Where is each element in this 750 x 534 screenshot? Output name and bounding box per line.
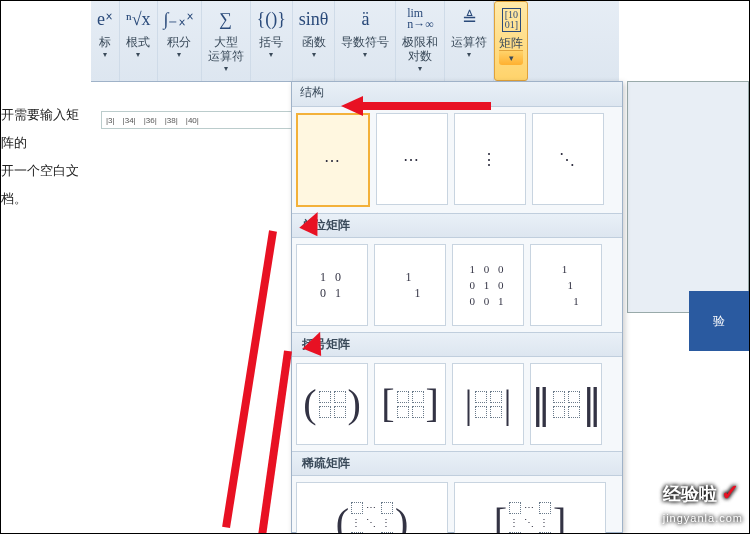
ribbon-radical[interactable]: ⁿ√x根式▾: [120, 1, 158, 81]
ruler-mark: |34|: [123, 116, 136, 125]
matrix-option-vdots[interactable]: ⋮: [454, 113, 526, 205]
matrix-option-sparse-square[interactable]: [⋯⋮⋱⋮⋯]: [454, 482, 606, 534]
text-line: 开一个空白文档。: [1, 157, 91, 213]
chevron-down-icon: ▾: [224, 64, 228, 73]
section-sparse: 稀疏矩阵: [292, 451, 622, 476]
matrix-option-hdots-selected[interactable]: ⋯: [296, 113, 370, 207]
matrix-option-ddots[interactable]: ⋱: [532, 113, 604, 205]
accent-icon: ä: [361, 3, 369, 35]
bracket-matrix-grid: () [] || ‖‖: [292, 357, 622, 451]
ribbon-bracket[interactable]: {()}括号▾: [251, 1, 293, 81]
ribbon-superscript[interactable]: eˣ标▾: [91, 1, 120, 81]
section-bracket: 括号矩阵: [292, 332, 622, 357]
matrix-option-3x3[interactable]: 1 0 0 0 1 0 0 0 1: [452, 244, 524, 326]
ribbon-accent[interactable]: ä导数符号▾: [335, 1, 396, 81]
watermark: 经验啦✓ jingyanla.com: [663, 480, 743, 527]
matrix-option-vbar[interactable]: ||: [452, 363, 524, 445]
section-identity: 单位矩阵: [292, 213, 622, 238]
chevron-down-icon: ▾: [418, 64, 422, 73]
chevron-down-icon: ▾: [312, 50, 316, 59]
matrix-option-2x2-diag[interactable]: 1 1: [374, 244, 446, 326]
superscript-icon: eˣ: [97, 3, 113, 35]
matrix-option-paren[interactable]: (): [296, 363, 368, 445]
ribbon-operator[interactable]: ≜运算符▾: [445, 1, 494, 81]
ruler-mark: |3|: [106, 116, 115, 125]
chevron-down-icon: ▾: [363, 50, 367, 59]
sigma-icon: ∑: [219, 3, 232, 35]
ruler-mark: |38|: [165, 116, 178, 125]
ribbon-integral[interactable]: ∫₋ₓˣ积分▾: [158, 1, 202, 81]
ruler: |3| |34| |36| |38| |40|: [101, 111, 293, 129]
identity-matrix-grid: 1 0 0 1 1 1 1 0 0 0 1 0 0 0 1 1 1 1: [292, 238, 622, 332]
ruler-mark: |36|: [144, 116, 157, 125]
matrix-option-3x3-diag[interactable]: 1 1 1: [530, 244, 602, 326]
matrix-icon: [10 01]: [502, 4, 521, 36]
ribbon-large-operator[interactable]: ∑大型 运算符▾: [202, 1, 251, 81]
matrix-option-sparse-paren[interactable]: (⋯⋮⋱⋮⋯): [296, 482, 448, 534]
watermark-url: jingyanla.com: [663, 512, 743, 524]
ruler-mark: |40|: [186, 116, 199, 125]
ribbon-function[interactable]: sinθ函数▾: [293, 1, 336, 81]
function-icon: sinθ: [299, 3, 329, 35]
left-column: 开需要输入矩阵的 开一个空白文档。: [1, 1, 91, 533]
equation-ribbon: eˣ标▾ ⁿ√x根式▾ ∫₋ₓˣ积分▾ ∑大型 运算符▾ {()}括号▾ sin…: [91, 1, 619, 82]
ribbon-matrix[interactable]: [10 01]矩阵▾: [494, 1, 528, 81]
limit-icon: lim n→∞: [407, 3, 434, 35]
chevron-down-icon: ▾: [177, 50, 181, 59]
matrix-dropdown-panel: 结构 ⋯ ⋯ ⋮ ⋱ 单位矩阵 1 0 0 1 1 1 1 0 0 0 1 0 …: [291, 81, 623, 533]
sparse-matrix-grid: (⋯⋮⋱⋮⋯) [⋯⋮⋱⋮⋯]: [292, 476, 622, 534]
matrix-option-hdots[interactable]: ⋯: [376, 113, 448, 205]
matrix-option-dvbar[interactable]: ‖‖: [530, 363, 602, 445]
background-panel: [627, 81, 749, 313]
chevron-down-icon: ▾: [103, 50, 107, 59]
bracket-icon: {()}: [257, 3, 286, 35]
chevron-down-icon: ▾: [467, 50, 471, 59]
background-badge: 验: [689, 291, 749, 351]
matrix-option-square[interactable]: []: [374, 363, 446, 445]
text-line: 开需要输入矩阵的: [1, 101, 91, 157]
chevron-down-icon: ▾: [499, 50, 523, 65]
panel-header: 结构: [292, 82, 622, 107]
doc-text: 开需要输入矩阵的 开一个空白文档。: [1, 101, 91, 213]
watermark-text: 经验啦: [663, 484, 717, 504]
ribbon-limit[interactable]: lim n→∞极限和 对数▾: [396, 1, 445, 81]
empty-matrix-grid: ⋯ ⋯ ⋮ ⋱: [292, 107, 622, 213]
radical-icon: ⁿ√x: [126, 3, 151, 35]
chevron-down-icon: ▾: [136, 50, 140, 59]
check-icon: ✓: [721, 480, 739, 505]
matrix-option-2x2[interactable]: 1 0 0 1: [296, 244, 368, 326]
operator-icon: ≜: [462, 3, 477, 35]
integral-icon: ∫₋ₓˣ: [164, 3, 195, 35]
chevron-down-icon: ▾: [269, 50, 273, 59]
